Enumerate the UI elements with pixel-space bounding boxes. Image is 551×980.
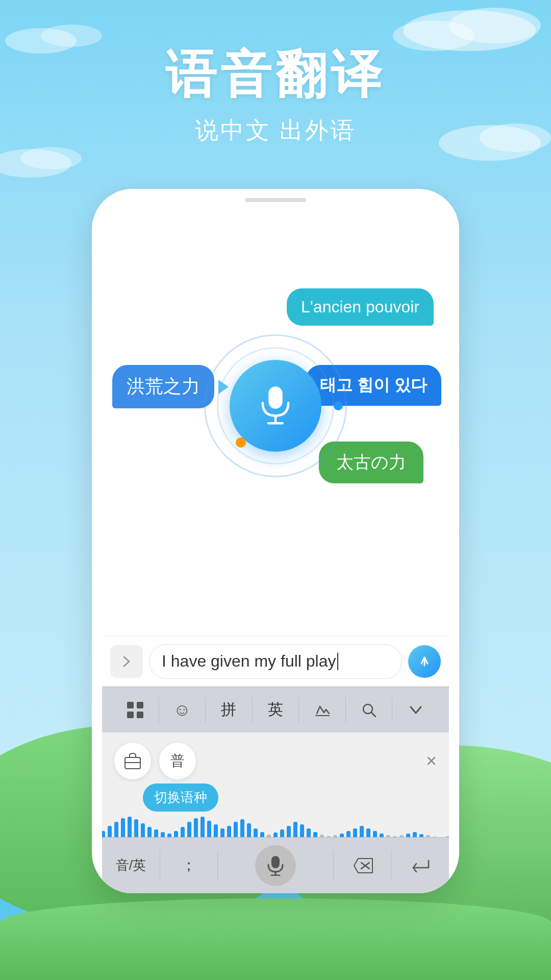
voice-header: 普 × bbox=[102, 732, 449, 785]
voice-pu-btn[interactable]: 普 bbox=[159, 743, 196, 779]
svg-point-8 bbox=[20, 147, 82, 169]
svg-rect-9 bbox=[268, 386, 282, 408]
search-icon bbox=[361, 702, 377, 718]
delete-btn[interactable] bbox=[334, 838, 391, 893]
briefcase-icon bbox=[123, 751, 142, 771]
chevron-down-icon bbox=[408, 702, 424, 718]
input-area: I have given my full play bbox=[102, 635, 449, 687]
input-text: I have given my full play bbox=[162, 652, 336, 671]
emoji-btn[interactable]: ☺ bbox=[159, 687, 206, 732]
english-btn[interactable]: 英 bbox=[253, 687, 299, 732]
svg-rect-16 bbox=[127, 712, 134, 718]
main-title: 语音翻译 bbox=[0, 41, 551, 110]
bottom-mic-button[interactable] bbox=[255, 845, 296, 886]
lang-toggle-label: 音/英 bbox=[116, 856, 146, 874]
search-btn[interactable] bbox=[346, 687, 392, 732]
svg-line-20 bbox=[371, 713, 375, 717]
bottom-mic-area[interactable] bbox=[218, 838, 333, 893]
phone-bottom-bar: 音/英 ； bbox=[102, 837, 449, 893]
phone-notch bbox=[245, 198, 306, 202]
close-voice-btn[interactable]: × bbox=[426, 750, 437, 772]
comma-label: ； bbox=[181, 855, 196, 876]
svg-rect-15 bbox=[137, 702, 143, 708]
pinyin-btn[interactable]: 拼 bbox=[206, 687, 252, 732]
handwrite-btn[interactable] bbox=[299, 687, 345, 732]
send-icon bbox=[416, 653, 433, 670]
expand-button[interactable] bbox=[110, 645, 143, 678]
pu-label: 普 bbox=[170, 751, 185, 771]
lang-toggle-btn[interactable]: 音/英 bbox=[102, 838, 160, 893]
grid-icon bbox=[126, 701, 144, 719]
handwrite-icon bbox=[314, 701, 331, 719]
close-icon: × bbox=[426, 750, 437, 771]
keyboard-toolbar: ☺ 拼 英 bbox=[102, 687, 449, 732]
collapse-btn[interactable] bbox=[392, 687, 439, 732]
enter-btn[interactable] bbox=[391, 838, 449, 893]
bubble-chinese: 洪荒之力 bbox=[112, 365, 214, 408]
send-button[interactable] bbox=[408, 645, 441, 678]
title-area: 语音翻译 说中文 出外语 bbox=[0, 41, 551, 146]
phone-mockup: L'ancien pouvoir 洪荒之力 태고 힘이 있다 太古の力 bbox=[92, 189, 459, 893]
chevron-right-icon bbox=[119, 654, 134, 669]
orange-dot bbox=[236, 437, 246, 448]
phone-inner: L'ancien pouvoir 洪荒之力 태고 힘이 있다 太古の力 bbox=[102, 217, 449, 893]
keyboard-grid-btn[interactable] bbox=[112, 687, 159, 732]
chat-area: L'ancien pouvoir 洪荒之力 태고 힘이 있다 太古の力 bbox=[102, 217, 449, 635]
comma-btn[interactable]: ； bbox=[160, 838, 218, 893]
svg-rect-23 bbox=[271, 856, 280, 868]
text-input-field[interactable]: I have given my full play bbox=[149, 644, 402, 679]
mic-container[interactable] bbox=[204, 334, 347, 477]
svg-rect-14 bbox=[127, 702, 134, 708]
text-cursor bbox=[337, 653, 338, 670]
enter-icon bbox=[409, 856, 432, 875]
sub-title: 说中文 出外语 bbox=[0, 115, 551, 146]
microphone-icon bbox=[258, 385, 293, 426]
bubble-french: L'ancien pouvoir bbox=[287, 288, 434, 326]
delete-icon bbox=[351, 856, 373, 875]
bottom-mic-icon bbox=[266, 855, 285, 876]
blue-dot bbox=[334, 401, 343, 410]
voice-bag-btn[interactable] bbox=[114, 743, 151, 779]
svg-rect-17 bbox=[137, 712, 143, 718]
